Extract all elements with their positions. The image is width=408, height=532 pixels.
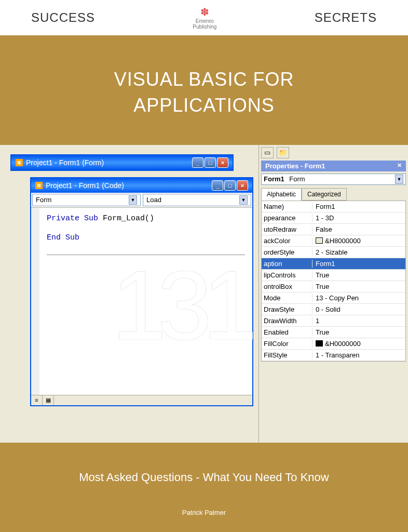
dropdown-arrow-icon[interactable]: ▼ (239, 195, 248, 205)
code-view-buttons: ≡ ▦ (31, 395, 252, 405)
folder-button[interactable]: 📁 (277, 147, 289, 158)
minimize-button[interactable]: _ (212, 180, 223, 191)
property-row[interactable]: utoRedrawFalse (262, 224, 405, 235)
property-row[interactable]: Name)Form1 (262, 201, 405, 212)
property-grid[interactable]: Name)Form1ppearance1 - 3DutoRedrawFalsea… (261, 201, 406, 362)
book-title: VISUAL BASIC FOR APPLICATIONS (21, 66, 387, 119)
property-row[interactable]: ppearance1 - 3D (262, 212, 405, 224)
code-toolbar: Form ▼ Load ▼ (31, 193, 252, 208)
minimize-button[interactable]: _ (192, 157, 203, 168)
form-window-title: Project1 - Form1 (Form) (26, 158, 104, 167)
procedure-view-button[interactable]: ≡ (31, 395, 43, 405)
object-selector[interactable]: Form1 Form ▼ (261, 174, 406, 185)
star-icon: ✽ (200, 6, 209, 18)
header-right: SECRETS (315, 10, 377, 25)
property-row[interactable]: Mode13 - Copy Pen (262, 292, 405, 304)
close-button[interactable]: × (217, 157, 228, 168)
property-row[interactable]: DrawStyle0 - Solid (262, 304, 405, 315)
code-line: End Sub (47, 233, 245, 242)
dropdown-arrow-icon[interactable]: ▼ (129, 195, 137, 205)
publisher-logo: ✽ Emereo Publishing (193, 6, 216, 30)
header-left: SUCCESS (31, 10, 95, 25)
big-number: 131 (112, 248, 248, 362)
form-titlebar[interactable]: ⊞ Project1 - Form1 (Form) _ □ × (11, 155, 233, 170)
view-button[interactable]: ▭ (261, 147, 274, 158)
property-row[interactable]: aptionForm1 (262, 258, 405, 270)
object-dropdown[interactable]: Form ▼ (32, 194, 141, 206)
code-line: Private Sub Form_Load() (47, 214, 245, 223)
title-section: VISUAL BASIC FOR APPLICATIONS (0, 35, 408, 145)
close-button[interactable]: × (237, 180, 248, 191)
properties-title: Properties - Form1 ✕ (261, 161, 406, 171)
author: Patrick Palmer (0, 509, 408, 516)
property-row[interactable]: ackColor&H8000000 (262, 235, 405, 247)
color-swatch (316, 340, 323, 347)
form-designer-window[interactable]: ⊞ Project1 - Form1 (Form) _ □ × (10, 154, 234, 171)
subtitle: Most Asked Questions - What You Need To … (0, 471, 408, 484)
header: SUCCESS ✽ Emereo Publishing SECRETS (0, 0, 408, 35)
dropdown-arrow-icon[interactable]: ▼ (395, 175, 403, 184)
event-dropdown[interactable]: Load ▼ (143, 194, 251, 206)
full-view-button[interactable]: ▦ (43, 395, 54, 405)
property-row[interactable]: orderStyle2 - Sizable (262, 247, 405, 258)
property-row[interactable]: EnabledTrue (262, 327, 405, 338)
code-window-title: Project1 - Form1 (Code) (46, 181, 124, 190)
property-row[interactable]: FillStyle1 - Transparen (262, 350, 405, 361)
close-icon[interactable]: ✕ (397, 162, 402, 170)
properties-panel: ▭ 📁 Properties - Form1 ✕ Form1 Form ▼ Al… (259, 145, 408, 443)
vb-code-icon: ⊞ (35, 182, 43, 189)
maximize-button[interactable]: □ (224, 180, 236, 191)
code-titlebar[interactable]: ⊞ Project1 - Form1 (Code) _ □ × (31, 178, 252, 193)
property-row[interactable]: FillColor&H0000000 (262, 338, 405, 350)
property-tabs: Alphabetic Categorized (261, 188, 406, 201)
tab-categorized[interactable]: Categorized (302, 188, 347, 201)
maximize-button[interactable]: □ (205, 157, 216, 168)
panel-toolbar: ▭ 📁 (259, 145, 408, 158)
property-row[interactable]: ontrolBoxTrue (262, 281, 405, 292)
vb-form-icon: ⊞ (16, 159, 23, 166)
property-row[interactable]: DrawWidth1 (262, 315, 405, 327)
property-row[interactable]: lipControlsTrue (262, 270, 405, 281)
color-swatch (316, 237, 323, 244)
tab-alphabetic[interactable]: Alphabetic (261, 188, 302, 201)
